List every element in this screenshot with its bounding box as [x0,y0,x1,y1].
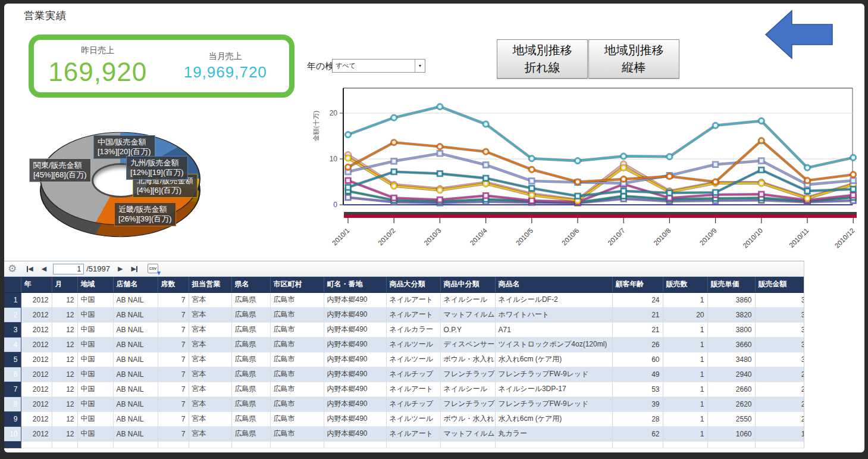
table-cell: 内野本郷490 [324,292,386,307]
table-cell: ネイルシール [440,292,495,307]
chevron-down-icon[interactable]: ▼ [415,60,425,72]
page-number-input[interactable] [53,264,84,274]
kpi-yesterday-value: 169,920 [48,57,147,87]
table-cell: フレンチラップ [440,396,495,411]
table-cell: 12 [52,292,77,307]
table-cell: 2012 [21,322,52,337]
next-page-button[interactable]: ▶ [118,265,123,273]
first-page-button[interactable]: ◀ [27,265,33,273]
table-row[interactable]: 9201212中国AB NAIL7宮本広島県広島市内野本郷490ネイルツールボウ… [4,411,804,426]
row-number-cell: 2 [4,307,21,322]
dashboard-canvas: 営業実績 昨日売上 169,920 当月売上 19,969,720 関東/販売金… [4,4,864,452]
table-cell: AB NAIL [113,382,158,396]
table-cell: 21 [612,322,663,337]
table-cell: 12 [52,367,77,382]
table-row[interactable]: 10201212中国AB NAIL7宮本広島県広島市内野本郷490ネイルアートマ… [4,426,804,441]
table-row[interactable]: 4201212中国AB NAIL7宮本広島県広島市内野本郷490ネイルツールディ… [4,337,804,352]
table-cell: 1 [663,292,707,307]
table-cell: 中国 [77,411,113,426]
table-cell: 12 [52,411,77,426]
table-row-empty [4,441,804,448]
column-header[interactable]: 販売数 [663,277,707,292]
table-row[interactable]: 7201212中国AB NAIL7宮本広島県広島市内野本郷490ネイルアートネイ… [4,382,804,396]
row-number-cell: 6 [4,367,21,382]
column-header[interactable]: 市区町村 [270,277,324,292]
last-page-button[interactable]: ▶ [131,265,137,273]
column-header[interactable]: 県名 [231,277,270,292]
table-cell: 広島市 [270,396,324,411]
column-header[interactable]: 販売単価 [707,277,755,292]
table-cell: ネイルシール [440,382,495,396]
table-cell: ツイストロックポンプ4oz(120ml) [495,337,612,352]
table-row[interactable]: 5201212中国AB NAIL7宮本広島県広島市内野本郷490ネイルツールボウ… [4,352,804,367]
table-cell: 宮本 [189,367,231,382]
svg-text:2010/5: 2010/5 [515,227,534,246]
table-cell: 内野本郷490 [324,382,386,396]
table-cell: 21 [612,307,663,322]
column-header[interactable]: 町名・番地 [324,277,386,292]
table-cell: 24 [612,292,663,307]
table-cell: 宮本 [189,382,231,396]
table-cell: ネイルアート [386,292,440,307]
table-row[interactable]: 8201212中国AB NAIL7宮本広島県広島市内野本郷490ネイルチップフレ… [4,396,804,411]
table-cell: 内野本郷490 [324,411,386,426]
table-cell: 3660 [755,337,804,352]
column-header[interactable]: 商品中分類 [440,277,495,292]
donut-label-kanto: 関東/販売金額 [45%][68](百万) [29,158,91,182]
table-cell: 3800 [707,322,755,337]
table-row[interactable]: 6201212中国AB NAIL7宮本広島県広島市内野本郷490ネイルチップフレ… [4,367,804,382]
table-cell: 広島市 [270,352,324,367]
table-cell: 3820 [755,307,804,322]
table-cell: 7 [158,396,189,411]
sales-table[interactable]: 年月地域店舗名席数担当営業県名市区町村町名・番地商品大分類商品中分類商品名顧客年… [4,277,804,448]
table-cell: 2620 [707,396,755,411]
table-cell: 宮本 [189,337,231,352]
table-cell: 53 [612,382,663,396]
back-arrow-icon[interactable] [764,8,835,61]
table-cell: 39 [612,396,663,411]
table-cell: 1 [663,382,707,396]
table-row[interactable]: 1201212中国AB NAIL7宮本広島県広島市内野本郷490ネイルアートネイ… [4,292,804,307]
region-trend-bar-button[interactable]: 地域別推移 縦棒 [588,39,679,79]
table-cell: 1 [663,396,707,411]
column-header[interactable]: 月 [52,277,77,292]
table-cell: 3800 [755,322,804,337]
column-header[interactable]: 席数 [158,277,189,292]
column-header[interactable]: 商品名 [495,277,612,292]
column-header[interactable]: 顧客年齢 [612,277,663,292]
row-number-cell: 9 [4,411,21,426]
table-cell: AB NAIL [113,411,158,426]
table-cell: 2012 [21,426,52,441]
sales-table-panel: ⚙ ◀ ◀ /51997 ▶ ▶ CSV ▼ 年月地域店舗名席数担当営業県名市区… [4,261,804,448]
column-header-rownum[interactable] [4,277,21,292]
table-row[interactable]: 3201212中国AB NAIL7宮本広島県広島市内野本郷490ネイルカラーO.… [4,322,804,337]
table-cell: 宮本 [189,307,231,322]
column-header[interactable]: 地域 [77,277,113,292]
table-cell: 丸カラー [495,426,612,441]
column-header[interactable]: 店舗名 [113,277,158,292]
region-trend-line-button[interactable]: 地域別推移 折れ線 [497,39,588,79]
csv-export-button[interactable]: CSV ▼ [148,264,161,274]
column-header[interactable]: 担当営業 [189,277,231,292]
table-cell: ネイルチップ [386,367,440,382]
table-cell: 2012 [21,337,52,352]
table-cell: ネイルアート [386,382,440,396]
column-header[interactable]: 商品大分類 [386,277,440,292]
svg-text:2010/10: 2010/10 [741,227,764,249]
column-header[interactable]: 販売金額 [755,277,804,292]
table-cell: ネイルアート [386,426,440,441]
table-cell: 中国 [77,367,113,382]
prev-page-button[interactable]: ◀ [42,265,46,273]
year-filter-select[interactable]: すべて ▼ [332,59,425,73]
table-cell: 7 [158,292,189,307]
table-cell: 62 [612,426,663,441]
table-cell: フレンチラップFW-9レッド [495,396,612,411]
svg-text:2010/7: 2010/7 [606,227,626,246]
table-cell: ネイルシールDF-2 [495,292,612,307]
gear-icon[interactable]: ⚙ [8,263,17,275]
table-cell: 2012 [21,382,52,396]
table-row[interactable]: 2201212中国AB NAIL7宮本広島県広島市内野本郷490ネイルアートマッ… [4,307,804,322]
table-cell: 広島県 [231,292,270,307]
column-header[interactable]: 年 [21,277,52,292]
region-trend-line-chart[interactable]: 010202010/12010/22010/32010/42010/52010/… [321,82,857,258]
